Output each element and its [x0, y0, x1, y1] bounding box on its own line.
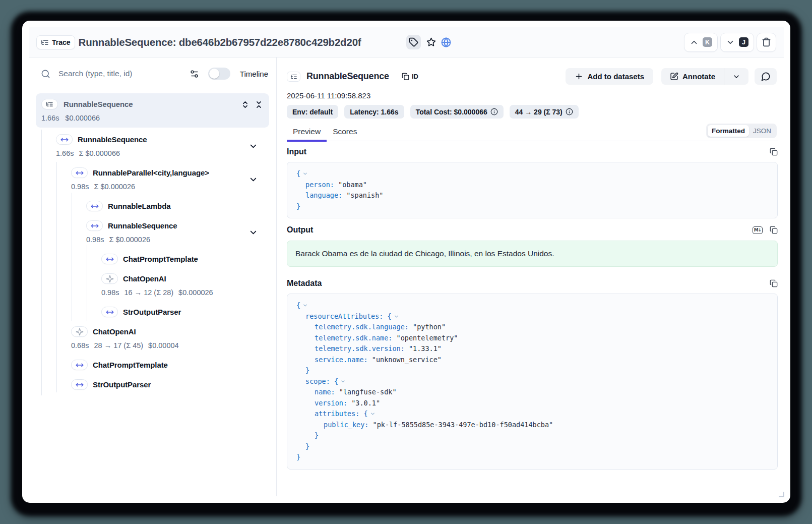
- json-line: telemetry.sdk.language: "python": [296, 322, 769, 333]
- span-icon: [101, 307, 118, 317]
- tree-node-name: StrOutputParser: [93, 380, 151, 389]
- resize-grip[interactable]: [779, 492, 784, 497]
- tree-node[interactable]: ChatOpenAI0.68s28 → 17 (Σ 45)$0.00004: [71, 325, 269, 352]
- tree-node-metrics: 1.66sΣ $0.000066: [56, 146, 269, 160]
- star-icon: [426, 37, 436, 47]
- tree-node[interactable]: StrOutputParser: [101, 305, 269, 319]
- nav-down-button[interactable]: J: [720, 33, 754, 52]
- tab-scores[interactable]: Scores: [327, 124, 363, 140]
- tree-node-duration: 0.98s: [101, 288, 119, 297]
- collapse-node-icon[interactable]: [248, 175, 258, 185]
- observation-detail-panel: RunnableSequence ID Add to datasets: [277, 57, 784, 496]
- titlebar: Trace RunnableSequence: dbe646b2b67957d2…: [29, 27, 784, 57]
- input-section-header: Input: [287, 147, 778, 156]
- span-icon: [71, 379, 88, 390]
- tree-node-tokens: 16 → 12 (Σ 28): [124, 288, 173, 297]
- comments-button[interactable]: [755, 68, 777, 85]
- tree-node-metrics: 0.98sΣ $0.000026: [71, 180, 269, 193]
- observation-title: RunnableSequence: [306, 71, 399, 82]
- copy-output-button[interactable]: [770, 226, 778, 234]
- tree-node-duration: 1.66s: [56, 149, 74, 157]
- search-input[interactable]: Search (type, title, id): [58, 69, 184, 78]
- json-line: {: [296, 168, 769, 180]
- badges-row: Env: defaultLatency: 1.66sTotal Cost: $0…: [287, 105, 784, 119]
- collapse-node-icon[interactable]: [248, 142, 258, 151]
- square-pen-icon: [670, 72, 678, 81]
- tree-node[interactable]: ChatPromptTemplate: [71, 358, 269, 372]
- tree-node-name: RunnableSequence: [108, 221, 177, 230]
- tree-node-duration: 0.98s: [86, 236, 104, 244]
- copy-id-button[interactable]: ID: [402, 73, 418, 80]
- copy-icon: [402, 73, 409, 80]
- tree-root-row[interactable]: RunnableSequence 1.66s $0.000066: [36, 93, 269, 128]
- json-line: public_key: "pk-lf-5855d85e-3943-497e-bd…: [296, 420, 769, 431]
- metric-badge: Total Cost: $0.000066: [410, 105, 504, 119]
- json-line: }: [296, 365, 769, 376]
- metric-badge: Latency: 1.66s: [344, 105, 404, 119]
- tree-node[interactable]: RunnableSequence1.66sΣ $0.000066: [56, 133, 269, 160]
- chevron-down-icon: [732, 73, 740, 81]
- input-json-viewer[interactable]: {person: "obama"language: "spanish"}: [287, 162, 778, 218]
- annotate-dropdown-button[interactable]: [724, 68, 748, 85]
- metric-badge: 44 → 29 (Σ 73): [510, 105, 579, 119]
- chevron-up-icon: [690, 38, 699, 47]
- expand-all-icon[interactable]: [241, 100, 249, 109]
- markdown-toggle-button[interactable]: M↓: [753, 226, 763, 234]
- add-to-datasets-label: Add to datasets: [587, 72, 644, 81]
- tree-node-name: RunnableSequence: [78, 135, 147, 144]
- filter-settings-icon[interactable]: [190, 69, 199, 79]
- timeline-label: Timeline: [240, 70, 268, 78]
- input-section-title: Input: [287, 147, 306, 156]
- trace-type-label: Trace: [52, 38, 71, 46]
- metadata-json-viewer[interactable]: {resourceAttributes: {telemetry.sdk.lang…: [287, 294, 778, 470]
- format-toggle: Formatted JSON: [706, 124, 777, 138]
- tree-node[interactable]: RunnableParallel<city,language>0.98sΣ $0…: [71, 166, 269, 193]
- json-line: telemetry.sdk.name: "opentelemetry": [296, 333, 769, 344]
- tree-node[interactable]: RunnableLambda: [86, 199, 269, 213]
- format-json-option[interactable]: JSON: [749, 125, 775, 137]
- trace-tree-panel: Search (type, title, id) Timeline Runnab…: [29, 57, 277, 496]
- tag-icon: [409, 37, 418, 47]
- span-icon: [86, 220, 103, 231]
- add-to-datasets-button[interactable]: Add to datasets: [566, 68, 653, 85]
- copy-input-button[interactable]: [770, 148, 778, 156]
- list-tree-icon: [41, 38, 49, 46]
- json-line: }: [296, 441, 769, 452]
- tree-node-name: StrOutputParser: [123, 308, 181, 316]
- copy-metadata-button[interactable]: [770, 279, 778, 287]
- nav-up-button[interactable]: K: [684, 33, 718, 52]
- collapse-all-icon[interactable]: [255, 100, 263, 109]
- public-button[interactable]: [439, 35, 454, 49]
- tree-node-metrics: 0.68s28 → 17 (Σ 45)$0.00004: [71, 338, 269, 352]
- tags-button[interactable]: [406, 35, 421, 49]
- trace-peek-window: Trace RunnableSequence: dbe646b2b67957d2…: [22, 21, 790, 503]
- tree-node[interactable]: RunnableSequence0.98sΣ $0.000026: [86, 219, 269, 246]
- collapse-node-icon[interactable]: [248, 228, 258, 238]
- json-line: }: [296, 452, 769, 463]
- timeline-toggle[interactable]: [208, 68, 230, 80]
- json-line: version: "3.0.1": [296, 398, 769, 409]
- json-line: language: "spanish": [296, 190, 769, 201]
- markdown-icon: M↓: [753, 226, 763, 234]
- search-icon: [41, 69, 50, 79]
- span-icon: [56, 134, 73, 145]
- info-icon[interactable]: [490, 108, 498, 115]
- metadata-section-header: Metadata: [287, 279, 778, 288]
- tree-node-name: ChatPromptTemplate: [123, 255, 198, 263]
- trace-tree: RunnableSequence1.66sΣ $0.000066Runnable…: [36, 133, 269, 391]
- tree-node[interactable]: StrOutputParser: [71, 378, 269, 391]
- delete-trace-button[interactable]: [757, 33, 776, 52]
- tab-preview[interactable]: Preview: [287, 124, 327, 140]
- tree-node[interactable]: ChatOpenAI0.98s16 → 12 (Σ 28)$0.000026: [101, 272, 269, 299]
- output-section-header: Output M↓: [287, 225, 778, 235]
- format-formatted-option[interactable]: Formatted: [708, 125, 749, 137]
- trace-icon: [41, 99, 58, 109]
- trace-icon-small: [287, 72, 300, 82]
- tree-node[interactable]: ChatPromptTemplate: [101, 252, 269, 266]
- info-icon[interactable]: [566, 108, 573, 115]
- annotate-button[interactable]: Annotate: [661, 68, 724, 85]
- annotate-label: Annotate: [682, 72, 715, 81]
- metadata-section-title: Metadata: [287, 279, 322, 288]
- bookmark-button[interactable]: [424, 35, 439, 49]
- tree-node-duration: 0.68s: [71, 341, 89, 350]
